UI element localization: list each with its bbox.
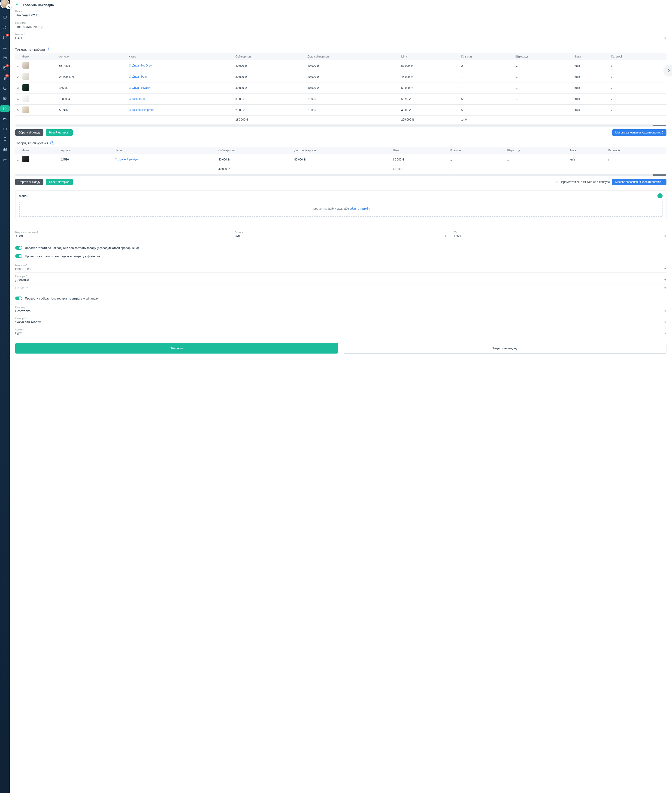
toggle-finance-cost[interactable]: [15, 296, 22, 300]
expense-type-field[interactable]: Тип * UAH▼: [454, 230, 666, 240]
cell-branch: Київ: [573, 60, 610, 71]
external-link-icon: [128, 86, 131, 89]
pending-scrollbar[interactable]: [15, 174, 666, 176]
category2-field[interactable]: Категорія * Закупівля товару▼: [15, 316, 666, 326]
expense-amount-field[interactable]: Витрати по накладній: [15, 230, 227, 240]
comment-label: Коментар: [15, 22, 666, 24]
product-thumbnail[interactable]: [22, 156, 29, 162]
product-link[interactable]: Диван Pearl: [128, 75, 147, 78]
arrived-from-stock-button[interactable]: Обрати зі складу: [15, 130, 43, 136]
save-button[interactable]: Зберегти: [15, 343, 338, 353]
col-price: Ціна: [391, 147, 448, 154]
toggle-finance-expense[interactable]: [15, 254, 22, 258]
pending-mass-fill-button[interactable]: Масове заповнення характеристик: 0: [612, 179, 666, 185]
chevron-down-icon: ▼: [664, 286, 666, 289]
file-dropzone[interactable]: Перетягніть файли сюди або оберіть потрі…: [19, 201, 662, 217]
dropzone-link[interactable]: оберіть потрібні: [350, 207, 370, 210]
col-cost: Собівартість: [234, 53, 306, 60]
nav-notes[interactable]: 1: [0, 65, 10, 71]
nav-import[interactable]: [0, 95, 10, 102]
svg-point-4: [4, 48, 5, 49]
pending-from-stock-button[interactable]: Обрати зі складу: [15, 179, 43, 185]
wallet1-field[interactable]: Гаманець * Безготівка▼: [15, 262, 666, 273]
table-row[interactable]: 124536Диван Преміум40 000 ₴40 000 ₴60 00…: [15, 154, 666, 165]
comment-field[interactable]: Коментар: [15, 20, 666, 31]
avatar[interactable]: [0, 0, 10, 8]
help-icon[interactable]: ?: [46, 48, 50, 51]
cell-price: 45 000 ₴: [400, 71, 459, 82]
nav-docs[interactable]: [0, 136, 10, 142]
table-row[interactable]: 5567432Крісло little green2 500 ₴2 500 ₴…: [15, 105, 666, 116]
nav-history[interactable]: [0, 85, 10, 91]
product-link[interactable]: Диван Преміум: [115, 158, 138, 161]
nav-delivery[interactable]: [0, 44, 10, 51]
external-link-icon: [128, 109, 131, 111]
cell-name: Крісло little green: [126, 105, 234, 116]
page-title: Товарна накладна: [22, 3, 54, 7]
product-link[interactable]: Диван Mr. Gray: [128, 64, 152, 67]
toggle-add-cost[interactable]: [15, 246, 22, 249]
move-all-button[interactable]: Перемістити всі з очікується в прибуло: [555, 180, 610, 184]
svg-point-5: [6, 48, 6, 49]
nav-inventory[interactable]: [0, 105, 10, 112]
col-branch: Філія: [568, 147, 606, 154]
cell-qty: 5: [459, 94, 514, 105]
segment2-field[interactable]: Сегмент Гурт▼: [15, 327, 666, 337]
table-row[interactable]: 3456382Диван оксамит40 000 ₴40 000 ₴52 0…: [15, 82, 666, 94]
cell-barcode: ...: [514, 82, 573, 94]
table-row[interactable]: 16574836Диван Mr. Gray40 000 ₴40 000 ₴57…: [15, 60, 666, 71]
segment2-value: Гурт: [15, 331, 21, 335]
arrived-mass-fill-button[interactable]: Масове заповнення характеристик: 0: [612, 130, 666, 136]
table-row[interactable]: 41289034Крісло Art3 500 ₴3 500 ₴5 299 ₴5…: [15, 94, 666, 105]
cell-name: Диван Преміум: [113, 154, 217, 165]
nav-mail[interactable]: [0, 54, 10, 61]
nav-contacts[interactable]: [0, 24, 10, 30]
comment-input[interactable]: [15, 25, 666, 29]
cell-name: Диван Mr. Gray: [126, 60, 234, 71]
help-icon[interactable]: ?: [50, 141, 54, 145]
product-link[interactable]: Крісло Art: [128, 97, 145, 101]
nav-reports[interactable]: [0, 146, 10, 152]
row-number: 1: [15, 154, 21, 165]
expense-currency-field[interactable]: Валюта * UAH▼: [235, 230, 447, 240]
close-invoice-button[interactable]: Закрити накладну: [343, 343, 666, 353]
pending-total-cost: 40 000 ₴: [217, 165, 293, 173]
nav-chat[interactable]: 1: [0, 34, 10, 41]
col-barcode: Штрихкод: [514, 53, 573, 60]
cell-price: 57 000 ₴: [400, 60, 459, 71]
nav-cart[interactable]: 71: [0, 75, 10, 81]
row-number: 4: [15, 94, 21, 105]
arrived-scrollbar[interactable]: [15, 125, 666, 126]
product-thumbnail[interactable]: [22, 84, 29, 91]
product-thumbnail[interactable]: [22, 62, 29, 69]
arrived-new-material-button[interactable]: Новий матеріал: [46, 130, 72, 136]
nav-production[interactable]: [0, 115, 10, 122]
expense-amount-input[interactable]: [15, 234, 227, 238]
nav-wallet[interactable]: [0, 126, 10, 132]
product-thumbnail[interactable]: [22, 73, 29, 80]
cell-cost: 3 500 ₴: [234, 94, 306, 105]
arrived-total-qty: 14.0: [459, 116, 514, 124]
svg-point-9: [6, 79, 6, 80]
wallet2-field[interactable]: Гаманець * Безготівка▼: [15, 305, 666, 315]
name-input[interactable]: [15, 13, 666, 17]
table-row[interactable]: 22445364376Диван Pearl30 000 ₴30 000 ₴45…: [15, 71, 666, 82]
cell-category: /: [610, 94, 666, 105]
name-field[interactable]: Назва *: [15, 9, 666, 19]
category1-field[interactable]: Категорія * Доставка▼: [15, 273, 666, 284]
pending-section-label: Товари, які очікуються: [15, 141, 48, 145]
currency-field[interactable]: Валюта * UAH ▼: [15, 32, 666, 42]
add-file-button[interactable]: +: [658, 193, 662, 198]
nav-settings[interactable]: [0, 156, 10, 163]
chevron-down-icon: ▼: [664, 321, 666, 323]
product-thumbnail[interactable]: [22, 95, 29, 102]
arrived-total-price: 259 995 ₴: [400, 116, 459, 124]
product-link[interactable]: Крісло little green: [128, 108, 154, 112]
row-number: 1: [15, 60, 21, 71]
nav-dashboard[interactable]: [0, 14, 10, 20]
segment1-field[interactable]: Сегмент▼: [15, 285, 666, 292]
pending-new-material-button[interactable]: Новий матеріал: [46, 179, 72, 185]
wallet1-label: Гаманець *: [15, 264, 666, 267]
product-link[interactable]: Диван оксамит: [128, 86, 152, 90]
product-thumbnail[interactable]: [22, 106, 29, 113]
